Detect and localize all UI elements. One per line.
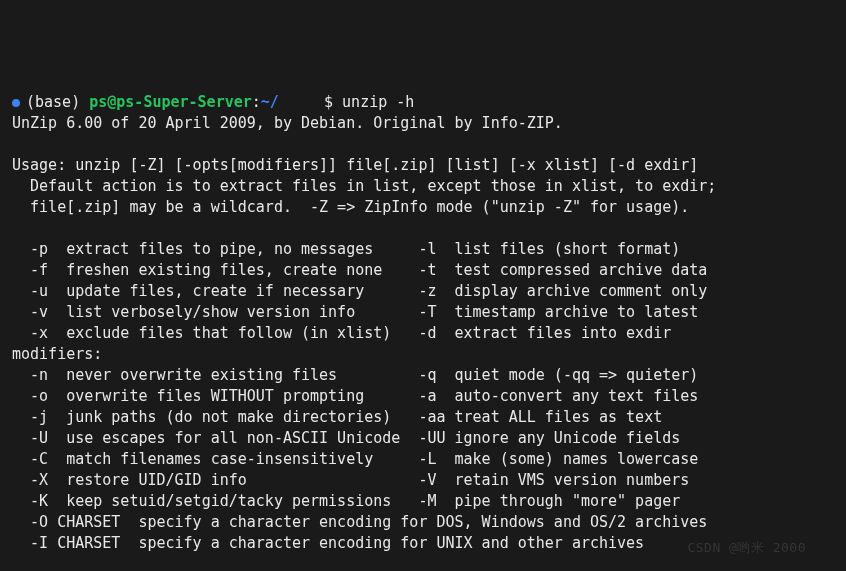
output-line: -C match filenames case-insensitively -L… [12,450,698,468]
terminal-window[interactable]: (base) ps@ps-Super-Server:~/ $ unzip -h … [12,92,834,571]
output-line: file[.zip] may be a wildcard. -Z => ZipI… [12,198,689,216]
output-line: -p extract files to pipe, no messages -l… [12,240,680,258]
output-line: -u update files, create if necessary -z … [12,282,707,300]
output-line: -x exclude files that follow (in xlist) … [12,324,671,342]
prompt-user: ps [89,93,107,111]
output-line: -X restore UID/GID info -V retain VMS ve… [12,471,689,489]
output-line: Default action is to extract files in li… [12,177,716,195]
output-line: -j junk paths (do not make directories) … [12,408,662,426]
prompt-path: ~/ [261,93,279,111]
prompt-line[interactable]: (base) ps@ps-Super-Server:~/ $ unzip -h [12,93,414,111]
prompt-host: ps-Super-Server [116,93,251,111]
output-line: -U use escapes for all non-ASCII Unicode… [12,429,680,447]
prompt-dollar: $ [324,93,342,111]
output-line: -v list verbosely/show version info -T t… [12,303,698,321]
prompt-at: @ [107,93,116,111]
output-line: -n never overwrite existing files -q qui… [12,366,698,384]
output-line: Usage: unzip [-Z] [-opts[modifiers]] fil… [12,156,698,174]
output-line: UnZip 6.00 of 20 April 2009, by Debian. … [12,114,563,132]
output-line: -f freshen existing files, create none -… [12,261,707,279]
output-line: -I CHARSET specify a character encoding … [12,534,644,552]
command-text: unzip -h [342,93,414,111]
bullet-icon [12,99,20,107]
prompt-extra [279,93,324,111]
output-line: modifiers: [12,345,102,363]
prompt-colon: : [252,93,261,111]
output-line: -o overwrite files WITHOUT prompting -a … [12,387,698,405]
output-line: -K keep setuid/setgid/tacky permissions … [12,492,680,510]
conda-env: (base) [26,93,80,111]
watermark: CSDN @哟米 2000 [687,539,806,557]
output-line: -O CHARSET specify a character encoding … [12,513,707,531]
